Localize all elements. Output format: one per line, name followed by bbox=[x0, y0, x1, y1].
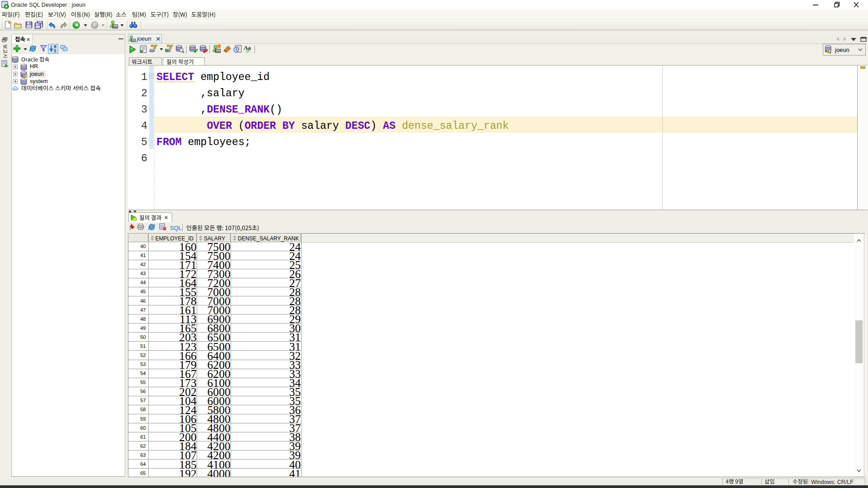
svg-text:SQL: SQL bbox=[113, 25, 118, 28]
svg-text:Aa: Aa bbox=[244, 45, 251, 51]
svg-text:SQL: SQL bbox=[132, 39, 136, 42]
svg-text:SQL: SQL bbox=[216, 50, 221, 52]
